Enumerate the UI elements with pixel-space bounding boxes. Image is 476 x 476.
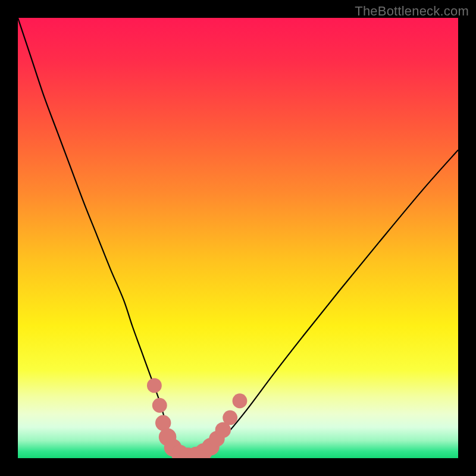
svg-rect-0 — [18, 18, 458, 458]
chart-frame: TheBottleneck.com — [0, 0, 476, 476]
watermark-text: TheBottleneck.com — [355, 4, 469, 19]
background-gradient — [18, 18, 458, 458]
plot-area — [18, 18, 458, 458]
